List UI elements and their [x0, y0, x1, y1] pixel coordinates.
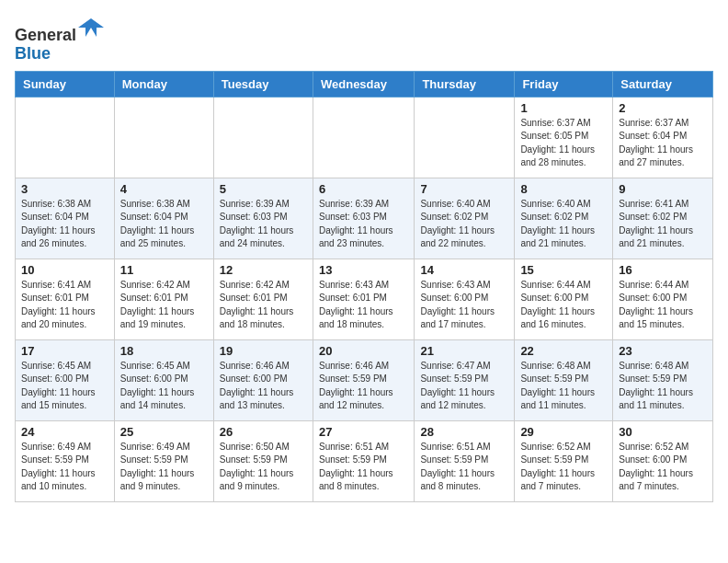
day-number: 3	[21, 182, 108, 196]
logo: General Blue	[15, 15, 104, 63]
calendar-cell	[114, 97, 213, 178]
day-number: 15	[520, 263, 607, 277]
calendar-cell: 30Sunrise: 6:52 AMSunset: 6:00 PMDayligh…	[613, 420, 713, 501]
cell-info: Sunrise: 6:38 AMSunset: 6:04 PMDaylight:…	[120, 198, 208, 251]
calendar-cell: 22Sunrise: 6:48 AMSunset: 5:59 PMDayligh…	[515, 339, 613, 420]
day-number: 26	[220, 425, 307, 439]
cell-info: Sunrise: 6:39 AMSunset: 6:03 PMDaylight:…	[220, 198, 307, 251]
calendar-cell: 6Sunrise: 6:39 AMSunset: 6:03 PMDaylight…	[313, 178, 414, 259]
calendar-cell: 2Sunrise: 6:37 AMSunset: 6:04 PMDaylight…	[613, 97, 713, 178]
day-number: 27	[319, 425, 408, 439]
day-number: 6	[319, 182, 408, 196]
calendar-week-1: 1Sunrise: 6:37 AMSunset: 6:05 PMDaylight…	[16, 97, 713, 178]
calendar-cell: 9Sunrise: 6:41 AMSunset: 6:02 PMDaylight…	[613, 178, 713, 259]
day-number: 21	[420, 344, 508, 358]
calendar-week-2: 3Sunrise: 6:38 AMSunset: 6:04 PMDaylight…	[16, 178, 713, 259]
day-number: 19	[220, 344, 307, 358]
calendar-cell: 26Sunrise: 6:50 AMSunset: 5:59 PMDayligh…	[213, 420, 313, 501]
cell-info: Sunrise: 6:43 AMSunset: 6:01 PMDaylight:…	[319, 279, 408, 332]
day-number: 14	[420, 263, 508, 277]
calendar-cell: 24Sunrise: 6:49 AMSunset: 5:59 PMDayligh…	[16, 420, 115, 501]
day-number: 20	[319, 344, 408, 358]
calendar-cell	[213, 97, 313, 178]
logo-bird-icon	[78, 15, 104, 40]
day-number: 10	[21, 263, 108, 277]
calendar-cell: 20Sunrise: 6:46 AMSunset: 5:59 PMDayligh…	[313, 339, 414, 420]
calendar-cell	[313, 97, 414, 178]
calendar-cell	[16, 97, 115, 178]
cell-info: Sunrise: 6:47 AMSunset: 5:59 PMDaylight:…	[420, 360, 508, 413]
cell-info: Sunrise: 6:38 AMSunset: 6:04 PMDaylight:…	[21, 198, 108, 251]
calendar-cell: 17Sunrise: 6:45 AMSunset: 6:00 PMDayligh…	[16, 339, 115, 420]
cell-info: Sunrise: 6:40 AMSunset: 6:02 PMDaylight:…	[420, 198, 508, 251]
day-number: 30	[619, 425, 707, 439]
calendar-cell: 7Sunrise: 6:40 AMSunset: 6:02 PMDaylight…	[415, 178, 515, 259]
calendar-week-5: 24Sunrise: 6:49 AMSunset: 5:59 PMDayligh…	[16, 420, 713, 501]
cell-info: Sunrise: 6:44 AMSunset: 6:00 PMDaylight:…	[619, 279, 707, 332]
cell-info: Sunrise: 6:46 AMSunset: 6:00 PMDaylight:…	[220, 360, 307, 413]
day-number: 22	[520, 344, 607, 358]
day-number: 11	[120, 263, 208, 277]
day-number: 18	[120, 344, 208, 358]
cell-info: Sunrise: 6:41 AMSunset: 6:02 PMDaylight:…	[619, 198, 707, 251]
cell-info: Sunrise: 6:46 AMSunset: 5:59 PMDaylight:…	[319, 360, 408, 413]
day-number: 13	[319, 263, 408, 277]
calendar-header-row: SundayMondayTuesdayWednesdayThursdayFrid…	[16, 71, 713, 97]
day-number: 29	[520, 425, 607, 439]
calendar-cell: 27Sunrise: 6:51 AMSunset: 5:59 PMDayligh…	[313, 420, 414, 501]
calendar-cell: 28Sunrise: 6:51 AMSunset: 5:59 PMDayligh…	[415, 420, 515, 501]
cell-info: Sunrise: 6:42 AMSunset: 6:01 PMDaylight:…	[220, 279, 307, 332]
calendar-cell	[415, 97, 515, 178]
calendar-cell: 29Sunrise: 6:52 AMSunset: 5:59 PMDayligh…	[515, 420, 613, 501]
cell-info: Sunrise: 6:51 AMSunset: 5:59 PMDaylight:…	[420, 441, 508, 494]
calendar-week-3: 10Sunrise: 6:41 AMSunset: 6:01 PMDayligh…	[16, 259, 713, 339]
day-number: 24	[21, 425, 108, 439]
calendar-cell: 5Sunrise: 6:39 AMSunset: 6:03 PMDaylight…	[213, 178, 313, 259]
day-number: 16	[619, 263, 707, 277]
weekday-header-tuesday: Tuesday	[213, 71, 313, 97]
logo-blue: Blue	[15, 44, 51, 63]
day-number: 23	[619, 344, 707, 358]
calendar-cell: 23Sunrise: 6:48 AMSunset: 5:59 PMDayligh…	[613, 339, 713, 420]
day-number: 9	[619, 182, 707, 196]
cell-info: Sunrise: 6:52 AMSunset: 6:00 PMDaylight:…	[619, 441, 707, 494]
calendar-cell: 16Sunrise: 6:44 AMSunset: 6:00 PMDayligh…	[613, 259, 713, 339]
cell-info: Sunrise: 6:48 AMSunset: 5:59 PMDaylight:…	[520, 360, 607, 413]
calendar-body: 1Sunrise: 6:37 AMSunset: 6:05 PMDaylight…	[16, 97, 713, 501]
day-number: 2	[619, 101, 707, 115]
day-number: 4	[120, 182, 208, 196]
calendar-cell: 25Sunrise: 6:49 AMSunset: 5:59 PMDayligh…	[114, 420, 213, 501]
weekday-header-thursday: Thursday	[415, 71, 515, 97]
calendar-week-4: 17Sunrise: 6:45 AMSunset: 6:00 PMDayligh…	[16, 339, 713, 420]
cell-info: Sunrise: 6:39 AMSunset: 6:03 PMDaylight:…	[319, 198, 408, 251]
calendar-cell: 15Sunrise: 6:44 AMSunset: 6:00 PMDayligh…	[515, 259, 613, 339]
weekday-header-sunday: Sunday	[16, 71, 115, 97]
cell-info: Sunrise: 6:45 AMSunset: 6:00 PMDaylight:…	[120, 360, 208, 413]
day-number: 12	[220, 263, 307, 277]
cell-info: Sunrise: 6:41 AMSunset: 6:01 PMDaylight:…	[21, 279, 108, 332]
logo-general: General	[15, 26, 76, 44]
cell-info: Sunrise: 6:51 AMSunset: 5:59 PMDaylight:…	[319, 441, 408, 494]
weekday-header-monday: Monday	[114, 71, 213, 97]
day-number: 8	[520, 182, 607, 196]
cell-info: Sunrise: 6:42 AMSunset: 6:01 PMDaylight:…	[120, 279, 208, 332]
svg-marker-0	[78, 18, 104, 37]
calendar-cell: 11Sunrise: 6:42 AMSunset: 6:01 PMDayligh…	[114, 259, 213, 339]
calendar-cell: 18Sunrise: 6:45 AMSunset: 6:00 PMDayligh…	[114, 339, 213, 420]
day-number: 17	[21, 344, 108, 358]
weekday-header-friday: Friday	[515, 71, 613, 97]
cell-info: Sunrise: 6:50 AMSunset: 5:59 PMDaylight:…	[220, 441, 307, 494]
day-number: 5	[220, 182, 307, 196]
calendar-cell: 21Sunrise: 6:47 AMSunset: 5:59 PMDayligh…	[415, 339, 515, 420]
calendar-cell: 3Sunrise: 6:38 AMSunset: 6:04 PMDaylight…	[16, 178, 115, 259]
day-number: 1	[520, 101, 607, 115]
cell-info: Sunrise: 6:45 AMSunset: 6:00 PMDaylight:…	[21, 360, 108, 413]
weekday-header-wednesday: Wednesday	[313, 71, 414, 97]
calendar-cell: 4Sunrise: 6:38 AMSunset: 6:04 PMDaylight…	[114, 178, 213, 259]
cell-info: Sunrise: 6:48 AMSunset: 5:59 PMDaylight:…	[619, 360, 707, 413]
cell-info: Sunrise: 6:40 AMSunset: 6:02 PMDaylight:…	[520, 198, 607, 251]
calendar-cell: 14Sunrise: 6:43 AMSunset: 6:00 PMDayligh…	[415, 259, 515, 339]
day-number: 25	[120, 425, 208, 439]
calendar-cell: 19Sunrise: 6:46 AMSunset: 6:00 PMDayligh…	[213, 339, 313, 420]
day-number: 7	[420, 182, 508, 196]
